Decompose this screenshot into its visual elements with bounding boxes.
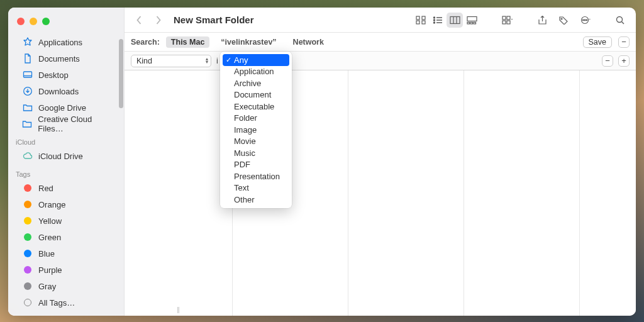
dropdown-option-movie[interactable]: Movie: [220, 136, 292, 148]
minimize-window-button[interactable]: [30, 18, 37, 25]
sidebar-item-label: Orange: [38, 200, 65, 209]
window-title: New Smart Folder: [174, 14, 254, 25]
close-window-button[interactable]: [17, 18, 25, 25]
sidebar-item-applications[interactable]: Applications: [8, 34, 124, 50]
column-4[interactable]: [464, 70, 580, 316]
sidebar-item-icloud-drive[interactable]: iCloud Drive: [8, 148, 124, 164]
tag-dot-icon: [22, 265, 33, 275]
column-resize-handle[interactable]: ‖: [177, 306, 180, 313]
sidebar-tag-red[interactable]: Red: [8, 180, 124, 196]
dropdown-option-music[interactable]: Music: [220, 147, 292, 159]
sidebar-item-creative-cloud[interactable]: Creative Cloud Files…: [8, 116, 124, 132]
cloud-icon: [22, 151, 33, 162]
dropdown-option-executable[interactable]: Executable: [220, 101, 292, 113]
dropdown-option-image[interactable]: Image: [220, 124, 292, 136]
tag-dot-icon: [22, 216, 33, 226]
svg-rect-0: [23, 72, 31, 77]
sidebar-scrollbar[interactable]: [119, 39, 123, 108]
sidebar-tag-green[interactable]: Green: [8, 229, 124, 245]
search-scope-bar: Search: This Mac “ivelinkrastev” Network…: [125, 33, 636, 52]
column-view-button[interactable]: [447, 13, 463, 28]
column-view-content: ‖: [125, 70, 636, 316]
tag-dot-icon: [22, 199, 33, 210]
svg-rect-16: [502, 21, 506, 24]
svg-rect-2: [416, 16, 419, 19]
svg-rect-3: [422, 16, 425, 19]
criteria-attribute-value: Kind: [136, 57, 152, 65]
svg-point-23: [616, 16, 622, 22]
toolbar: New Smart Folder: [125, 8, 636, 33]
sidebar-item-label: Creative Cloud Files…: [38, 114, 116, 133]
criteria-is-label: i: [216, 57, 218, 65]
applications-icon: [22, 37, 33, 48]
sidebar-item-label: Gray: [38, 282, 56, 291]
scope-network[interactable]: Network: [288, 36, 329, 48]
dropdown-option-application[interactable]: Application: [220, 66, 292, 78]
sidebar-tag-purple[interactable]: Purple: [8, 262, 124, 278]
criteria-attribute-select[interactable]: Kind ▴▾: [131, 55, 211, 67]
sidebar-item-label: Red: [38, 184, 53, 193]
column-1[interactable]: ‖: [125, 70, 233, 316]
desktop-background: Applications Documents Desktop Downloads…: [0, 0, 644, 322]
desktop-icon: [22, 70, 33, 80]
svg-rect-10: [467, 16, 477, 21]
sidebar-item-desktop[interactable]: Desktop: [8, 67, 124, 83]
icon-view-button[interactable]: [413, 13, 429, 28]
svg-point-8: [433, 22, 435, 23]
sidebar-item-label: Green: [38, 233, 61, 242]
sidebar-tag-yellow[interactable]: Yellow: [8, 213, 124, 229]
tags-button[interactable]: [555, 13, 572, 28]
svg-rect-14: [502, 16, 506, 19]
remove-criteria-button[interactable]: −: [602, 55, 613, 67]
scope-this-mac[interactable]: This Mac: [166, 36, 210, 48]
list-view-button[interactable]: [430, 13, 446, 28]
all-tags-icon: [22, 297, 33, 308]
dropdown-option-text[interactable]: Text: [220, 182, 292, 194]
save-button[interactable]: Save: [583, 36, 613, 48]
svg-rect-13: [474, 22, 476, 24]
svg-rect-17: [507, 21, 510, 24]
sidebar-tag-orange[interactable]: Orange: [8, 196, 124, 213]
sidebar-item-label: Blue: [38, 249, 55, 258]
sidebar-item-google-drive[interactable]: Google Drive: [8, 99, 124, 116]
sidebar-tag-blue[interactable]: Blue: [8, 245, 124, 262]
folder-icon: [22, 103, 33, 113]
dropdown-option-presentation[interactable]: Presentation: [220, 170, 292, 182]
back-button[interactable]: [132, 12, 146, 28]
scope-user-folder[interactable]: “ivelinkrastev”: [216, 36, 281, 48]
dropdown-option-pdf[interactable]: PDF: [220, 159, 292, 171]
sidebar-item-downloads[interactable]: Downloads: [8, 83, 124, 99]
dropdown-option-other[interactable]: Other: [220, 194, 292, 206]
add-criteria-button[interactable]: +: [618, 55, 630, 67]
action-menu-button[interactable]: [577, 13, 593, 28]
svg-point-21: [584, 19, 586, 21]
svg-rect-5: [422, 21, 425, 24]
remove-search-button[interactable]: −: [618, 36, 630, 48]
forward-button[interactable]: [151, 12, 165, 28]
finder-window: Applications Documents Desktop Downloads…: [8, 8, 636, 316]
sidebar-item-label: Yellow: [38, 216, 62, 226]
sidebar-tag-gray[interactable]: Gray: [8, 278, 124, 294]
sidebar-item-documents[interactable]: Documents: [8, 50, 124, 67]
dropdown-option-document[interactable]: Document: [220, 89, 292, 101]
chevron-updown-icon: ▴▾: [206, 58, 208, 64]
main-area: New Smart Folder Search:: [125, 8, 636, 316]
dropdown-option-folder[interactable]: Folder: [220, 113, 292, 125]
downloads-icon: [22, 86, 33, 97]
sidebar-item-label: All Tags…: [38, 298, 75, 308]
zoom-window-button[interactable]: [42, 18, 50, 25]
sidebar-item-label: Google Drive: [38, 103, 86, 113]
search-button[interactable]: [612, 13, 628, 28]
group-by-button[interactable]: [499, 13, 515, 28]
share-button[interactable]: [534, 13, 550, 28]
sidebar-section-tags: Tags: [8, 164, 124, 180]
dropdown-option-any[interactable]: Any: [223, 54, 289, 66]
kind-dropdown-menu: AnyApplicationArchiveDocumentExecutableF…: [220, 52, 292, 208]
column-3[interactable]: [348, 70, 464, 316]
sidebar-item-label: Purple: [38, 265, 62, 275]
dropdown-option-archive[interactable]: Archive: [220, 77, 292, 89]
gallery-view-button[interactable]: [464, 13, 480, 28]
sidebar-item-all-tags[interactable]: All Tags…: [8, 294, 124, 311]
svg-rect-11: [467, 22, 470, 24]
svg-point-22: [586, 19, 587, 21]
